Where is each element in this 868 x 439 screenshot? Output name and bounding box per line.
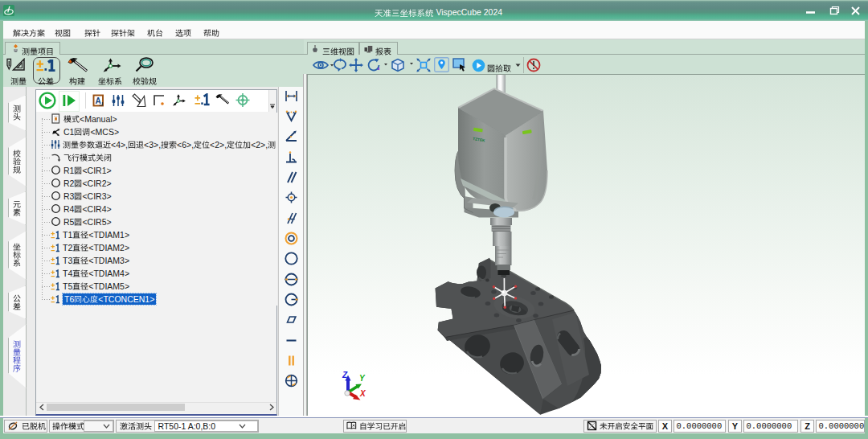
svg-text:A: A [96, 96, 101, 105]
svg-text:X: X [359, 389, 366, 398]
svg-text:Y: Y [359, 374, 366, 383]
svg-text:Z: Z [342, 371, 348, 380]
